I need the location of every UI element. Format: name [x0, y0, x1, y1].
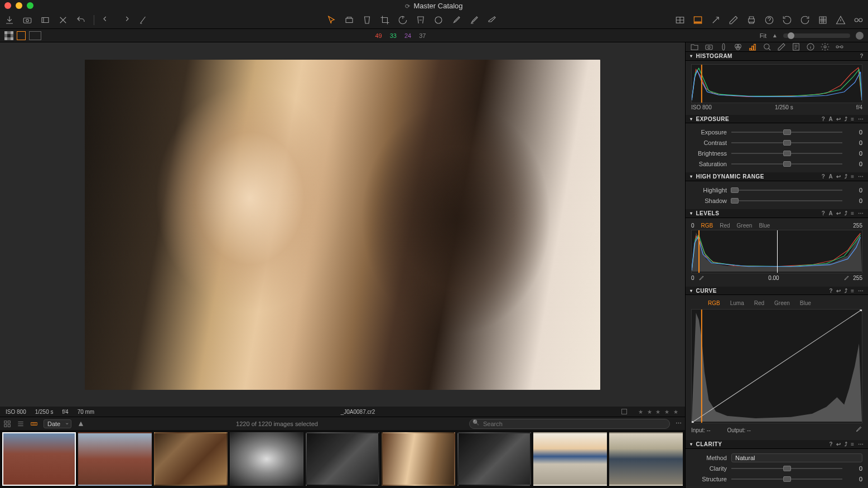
filmstrip[interactable] [0, 430, 685, 488]
single-view-icon[interactable] [17, 31, 26, 40]
thumbnail[interactable] [154, 432, 228, 486]
viewer-stage[interactable] [0, 42, 685, 407]
levels-channel-green[interactable]: Green [737, 223, 753, 229]
gradient-tool-icon[interactable] [469, 15, 479, 25]
tab-batch-icon[interactable] [835, 42, 844, 51]
exposure-slider[interactable] [731, 153, 842, 154]
tab-lens-icon[interactable] [719, 42, 728, 51]
thumbnail[interactable] [457, 432, 531, 486]
undo2-icon[interactable] [102, 15, 112, 25]
thumbnail[interactable] [2, 432, 76, 486]
help-icon[interactable] [764, 15, 774, 25]
curve-tab-green[interactable]: Green [774, 300, 790, 306]
warning-icon[interactable] [836, 15, 846, 25]
zoom-slider[interactable] [783, 33, 850, 38]
capture-icon[interactable] [22, 15, 32, 25]
curve-editor[interactable] [691, 309, 862, 423]
levels-header[interactable]: ▾LEVELS ?A↩⤴≡⋯ [686, 209, 868, 218]
browser-filmstrip-icon[interactable] [30, 420, 38, 428]
tab-details-icon[interactable] [763, 42, 771, 51]
levels-white[interactable]: 255 [853, 275, 862, 281]
color-tag[interactable] [621, 409, 627, 414]
crop-tool-icon[interactable] [380, 15, 390, 25]
rotate-tool-icon[interactable] [398, 15, 408, 25]
levels-histogram[interactable] [691, 230, 862, 273]
grid-view-icon[interactable] [675, 15, 685, 25]
thumbnail[interactable] [609, 432, 683, 486]
sort-asc-icon[interactable] [77, 420, 85, 428]
levels-channel-blue[interactable]: Blue [759, 223, 770, 229]
multi-view-icon[interactable] [4, 31, 13, 40]
tab-capture-icon[interactable] [705, 42, 713, 51]
proof-view-icon[interactable] [29, 31, 41, 40]
main-image[interactable] [85, 60, 600, 390]
tab-adjust-icon[interactable] [777, 42, 786, 51]
tab-settings-icon[interactable] [821, 42, 830, 51]
export-icon[interactable] [40, 15, 50, 25]
spot-tool-icon[interactable] [433, 15, 443, 25]
clarity-method-dropdown[interactable]: Natural [731, 453, 862, 462]
hdr-header[interactable]: ▾HIGH DYNAMIC RANGE ?A↩⤴≡⋯ [686, 172, 868, 181]
search-input[interactable] [469, 419, 670, 429]
tab-meta-icon[interactable] [792, 42, 801, 51]
annotate-icon[interactable] [138, 15, 148, 25]
browser-grid-icon[interactable] [3, 420, 11, 428]
fit-label[interactable]: Fit [760, 32, 766, 39]
print-icon[interactable] [746, 15, 756, 25]
clarity-slider[interactable] [731, 479, 842, 480]
levels-channel-rgb[interactable]: RGB [701, 223, 713, 229]
link-icon[interactable] [853, 15, 864, 25]
levels-channel-red[interactable]: Red [720, 223, 730, 229]
sort-dropdown[interactable]: Date [44, 419, 71, 428]
eyedropper-icon[interactable] [843, 275, 850, 282]
browser-list-icon[interactable] [17, 420, 25, 428]
reset-right-icon[interactable] [800, 15, 810, 25]
keystone-tool-icon[interactable] [416, 15, 426, 25]
browser-more-icon[interactable]: ⋯ [676, 420, 682, 427]
reject-icon[interactable] [58, 15, 68, 25]
curve-tab-red[interactable]: Red [754, 300, 764, 306]
thumbnail[interactable] [306, 432, 379, 486]
gridlines-icon[interactable] [818, 15, 828, 25]
eyedropper-icon[interactable] [698, 275, 705, 282]
exposure-slider[interactable] [731, 163, 842, 165]
reset-left-icon[interactable] [782, 15, 792, 25]
window-minimize-button[interactable] [16, 2, 22, 9]
clarity-header[interactable]: ▾CLARITY ?↩⤴≡⋯ [686, 440, 868, 449]
help-icon[interactable]: ? [860, 53, 864, 59]
cursor-tool-icon[interactable] [326, 15, 336, 25]
curve-picker-icon[interactable] [855, 426, 862, 434]
tab-exposure-icon[interactable] [748, 42, 757, 51]
thumbnail[interactable] [533, 432, 607, 486]
curve-tab-blue[interactable]: Blue [800, 300, 811, 306]
window-maximize-button[interactable] [27, 2, 33, 9]
curve-header[interactable]: ▾CURVE ?↩⤴≡⋯ [686, 287, 868, 296]
curve-tab-rgb[interactable]: RGB [708, 300, 720, 306]
hdr-slider[interactable] [731, 200, 842, 201]
tab-info-icon[interactable] [806, 42, 815, 51]
fullscreen-icon[interactable] [711, 15, 721, 25]
redo-icon[interactable] [120, 15, 130, 25]
zoom-person-icon[interactable]: ▲ [772, 32, 778, 38]
histogram-chart[interactable] [691, 64, 862, 103]
edit-icon[interactable] [729, 15, 739, 25]
brush-tool-icon[interactable] [451, 15, 461, 25]
exposure-slider[interactable] [731, 132, 842, 133]
import-icon[interactable] [4, 15, 15, 25]
undo-icon[interactable] [76, 15, 86, 25]
curve-tab-luma[interactable]: Luma [730, 300, 744, 306]
histogram-header[interactable]: ▾HISTOGRAM ? [686, 52, 868, 61]
levels-black[interactable]: 0 [691, 275, 695, 281]
tab-color-icon[interactable] [734, 42, 742, 51]
thumbnail[interactable] [230, 432, 303, 486]
exposure-header[interactable]: ▾EXPOSURE ?A↩⤴≡⋯ [686, 115, 868, 124]
levels-mid[interactable]: 0.00 [768, 275, 779, 281]
hand-tool-icon[interactable] [344, 15, 354, 25]
user-icon[interactable] [856, 32, 864, 40]
clarity-slider[interactable] [731, 468, 842, 469]
browser-view-icon[interactable] [693, 15, 703, 25]
thumbnail[interactable] [78, 432, 152, 486]
exposure-slider[interactable] [731, 142, 842, 143]
loupe-tool-icon[interactable] [362, 15, 372, 25]
erase-tool-icon[interactable] [487, 15, 497, 25]
